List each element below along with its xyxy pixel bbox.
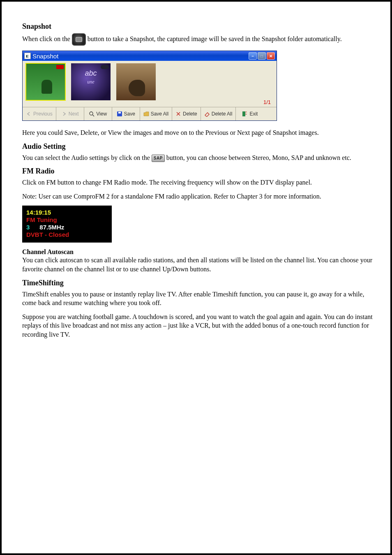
delete-label: Delete <box>183 111 197 117</box>
snapshot-heading: Snapshot <box>22 22 376 31</box>
svg-rect-3 <box>118 112 121 113</box>
view-label: View <box>96 111 107 117</box>
audio-text-before: You can select the Audio settings by cli… <box>22 154 152 161</box>
snapshot-intro: When click on the button to take a Snaps… <box>22 33 376 46</box>
fm-intro: Click on FM button to change FM Radio mo… <box>22 178 376 187</box>
exit-label: Exit <box>249 111 258 117</box>
maximize-button[interactable]: □ <box>258 52 266 60</box>
fm-display-panel: 14:19:15 FM Tuning 387.5MHz DVBT - Close… <box>22 206 112 243</box>
fm-frequency: 87.5MHz <box>39 224 64 231</box>
timeshift-p1: TimeShift enables you to pause or instan… <box>22 290 376 308</box>
thumbnail-1[interactable] <box>26 63 65 100</box>
fm-time: 14:19:15 <box>26 209 108 216</box>
thumbnail-1-badge <box>56 65 64 69</box>
close-button[interactable]: ✕ <box>267 52 275 60</box>
fm-heading: FM Radio <box>22 167 376 176</box>
thumbnail-3-shape <box>129 80 145 96</box>
delete-all-button[interactable]: Delete All <box>201 107 236 120</box>
fm-status: DVBT - Closed <box>26 231 108 238</box>
thumbnail-area: abc une 1/1 <box>23 61 277 107</box>
window-controls: – □ ✕ <box>249 52 275 60</box>
exit-button[interactable]: Exit <box>236 107 264 120</box>
fm-tuning-label: FM Tuning <box>26 216 108 224</box>
next-button[interactable]: Next <box>56 107 84 120</box>
exit-icon <box>242 111 248 117</box>
snapshot-window: ◧ Snapshot – □ ✕ abc une 1/1 <box>22 51 277 121</box>
previous-label: Previous <box>33 111 53 117</box>
thumbnail-2[interactable]: abc une <box>71 63 111 100</box>
fm-sub-heading: Channel Autoscan <box>22 248 376 256</box>
arrow-right-icon <box>61 111 67 117</box>
audio-text: You can select the Audio settings by cli… <box>22 153 376 162</box>
save-all-button[interactable]: Save All <box>140 107 172 120</box>
eraser-icon <box>204 111 210 117</box>
fm-sub-text: You can click autoscan to scan all avail… <box>22 256 376 273</box>
fm-channel-row: 387.5MHz <box>26 224 108 231</box>
snapshot-app-icon: ◧ <box>24 53 31 59</box>
thumbnail-1-figure <box>42 80 52 94</box>
next-label: Next <box>69 111 79 117</box>
thumbnail-2-sub: une <box>71 79 111 85</box>
camera-icon[interactable] <box>72 33 86 46</box>
previous-button[interactable]: Previous <box>23 107 56 120</box>
save-button[interactable]: Save <box>112 107 140 120</box>
thumbnail-3[interactable] <box>116 63 156 100</box>
save-label: Save <box>124 111 135 117</box>
snapshot-intro-prefix: When click on the <box>22 35 72 42</box>
svg-line-1 <box>92 115 94 116</box>
save-all-label: Save All <box>151 111 168 117</box>
floppy-icon <box>117 111 122 117</box>
sap-button[interactable]: SAP <box>152 155 165 162</box>
thumbnail-2-badge <box>101 65 109 69</box>
thumbnail-2-logo: abc <box>71 69 111 78</box>
view-button[interactable]: View <box>84 107 112 120</box>
audio-heading: Audio Setting <box>22 142 376 151</box>
snapshot-closing: Here you could Save, Delete, or View the… <box>22 128 376 137</box>
timeshift-p2: Suppose you are watching football game. … <box>22 312 376 339</box>
snapshot-window-title: Snapshot <box>32 53 249 60</box>
delete-all-label: Delete All <box>212 111 233 117</box>
page-counter: 1/1 <box>263 99 271 105</box>
fm-note: Note: User can use ComproFM 2 for a stan… <box>22 192 376 201</box>
fm-channel-number: 3 <box>26 224 30 231</box>
delete-button[interactable]: Delete <box>172 107 201 120</box>
snapshot-intro-suffix: button to take a Snapshot, the captured … <box>88 35 342 42</box>
page-frame: Snapshot When click on the button to tak… <box>0 0 392 555</box>
audio-text-after: button, you can choose between Stereo, M… <box>166 154 351 161</box>
arrow-left-icon <box>26 111 32 117</box>
snapshot-titlebar[interactable]: ◧ Snapshot – □ ✕ <box>23 51 277 61</box>
minimize-button[interactable]: – <box>249 52 257 60</box>
folder-icon <box>143 111 149 117</box>
svg-point-0 <box>90 112 93 115</box>
snapshot-toolbar: Previous Next View Save Save All Delete <box>23 107 277 120</box>
delete-icon <box>175 111 181 117</box>
timeshift-heading: TimeShifting <box>22 279 376 287</box>
magnify-icon <box>89 111 95 117</box>
